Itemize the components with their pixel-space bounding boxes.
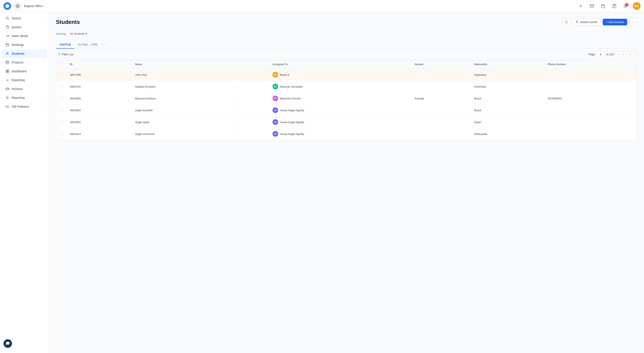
- user-avatar[interactable]: MA: [633, 2, 640, 10]
- avatar: JA: [272, 107, 278, 113]
- chevron-right-icon: ›: [43, 79, 44, 82]
- sidebar-item-label: Students: [12, 52, 44, 55]
- student-id: 4845791: [66, 81, 132, 93]
- star-button[interactable]: ☆: [236, 132, 239, 136]
- table-row: 4841951 angel spain ☆ JA Josue Angel Agu…: [56, 116, 637, 128]
- sidebar-item-label: Reporting: [12, 96, 41, 99]
- nationality: Argentina: [471, 69, 544, 81]
- nationality: Brazil: [471, 104, 544, 116]
- sidebar-item-label: Bookings: [12, 43, 41, 47]
- row-checkbox[interactable]: [60, 73, 63, 76]
- notification-icon[interactable]: 1: [622, 2, 629, 10]
- sidebar-item-quotes[interactable]: Quotes: [2, 23, 47, 32]
- sidebar-item-products[interactable]: Products ›: [2, 58, 47, 67]
- sidebar-item-sales[interactable]: Sales (Beta): [2, 32, 47, 40]
- bookings-icon: [5, 43, 10, 47]
- page-total: of 116: [606, 53, 614, 56]
- sidebar-item-reporting2[interactable]: Reporting ›: [2, 93, 47, 102]
- office-selector[interactable]: Bogotá Office ▾: [24, 4, 44, 8]
- assigned-cell: JA Josue Angel Aguilar: [272, 131, 408, 137]
- col-gender: Gender: [411, 60, 471, 69]
- table-more-button[interactable]: ⋮: [631, 51, 637, 57]
- svg-point-0: [6, 4, 9, 8]
- page-label: Page: [588, 53, 595, 56]
- nationality: Colombia: [471, 81, 544, 93]
- sidebar-item-dashboard[interactable]: Dashboard: [2, 67, 47, 76]
- row-checkbox[interactable]: [60, 97, 63, 100]
- sidebar-item-reporting[interactable]: Reporting ›: [2, 76, 47, 84]
- sidebar-item-label: Products: [12, 61, 41, 64]
- page-title: Students: [56, 19, 80, 26]
- sidebar-item-students[interactable]: Students: [2, 49, 47, 58]
- sidebar-item-search[interactable]: Search ›: [2, 14, 47, 23]
- main-content: Students Student portal + Add Student ⋮ …: [49, 12, 644, 353]
- student-portal-button[interactable]: Student portal: [572, 19, 600, 26]
- assigned-name: Maricela Corriols: [280, 97, 301, 100]
- pagination: Page of 116 ‹ › ⋮: [588, 51, 637, 57]
- reporting-icon: [5, 78, 10, 82]
- clipboard-icon[interactable]: [610, 2, 618, 10]
- sidebar-item-label: Invoices: [12, 87, 44, 91]
- chevron-right-icon: ›: [43, 105, 44, 108]
- filter-button[interactable]: Filter List: [56, 52, 75, 57]
- assigned-cell: JA Josue Angel Aguilar: [272, 119, 408, 125]
- sidebar-item-label: Old Features: [12, 105, 41, 108]
- sidebar-item-bookings[interactable]: Bookings ›: [2, 41, 47, 49]
- filter-label: Filter List: [62, 53, 73, 56]
- row-checkbox[interactable]: [60, 109, 63, 112]
- table-controls: Filter List Page of 116 ‹ › ⋮: [56, 49, 637, 60]
- sidebar-item-label: Sales (Beta): [12, 34, 44, 38]
- tab-all[interactable]: All(2318): [56, 41, 74, 49]
- prev-page-button[interactable]: ‹: [616, 51, 622, 57]
- nationality: Brazil: [471, 93, 544, 104]
- sidebar-item-invoices[interactable]: Invoices: [2, 85, 47, 93]
- phone: [544, 116, 637, 128]
- student-id: 4841951: [66, 116, 132, 128]
- assigned-cell: JA Josue Angel Aguilar: [272, 107, 408, 113]
- col-phone: Phone Number: [544, 60, 637, 69]
- sidebar-item-old-features[interactable]: Old Features ›: [2, 102, 47, 111]
- add-icon[interactable]: [577, 2, 585, 10]
- row-checkbox[interactable]: [60, 85, 63, 88]
- phone: 547896543: [544, 93, 637, 104]
- search-button[interactable]: [562, 18, 570, 26]
- svg-point-22: [7, 52, 8, 53]
- student-name: angel veneonsh: [132, 128, 233, 140]
- app-logo[interactable]: [4, 2, 11, 10]
- select-all-checkbox[interactable]: [56, 60, 66, 69]
- inbox-icon[interactable]: [588, 2, 596, 10]
- tab-no-pipe[interactable]: No Pipe... (489): [74, 41, 101, 49]
- svg-point-34: [565, 21, 568, 23]
- star-button[interactable]: ☆: [236, 109, 239, 112]
- topbar: Bogotá Office ▾ 1 MA: [0, 0, 644, 12]
- row-checkbox[interactable]: [60, 120, 63, 124]
- star-button[interactable]: ☆: [236, 120, 239, 124]
- next-page-button[interactable]: ›: [623, 51, 629, 57]
- assigned-name: Marta A: [280, 73, 290, 76]
- table-row: 4857596 John Doe ☆ MA Marta A Argentina: [56, 69, 637, 81]
- page-input[interactable]: [597, 51, 604, 57]
- student-id: 4842885: [66, 93, 132, 104]
- star-button[interactable]: ☆: [236, 85, 239, 89]
- more-options-button[interactable]: ⋮: [629, 18, 637, 26]
- chevron-right-icon: ›: [43, 43, 44, 46]
- quotes-icon: [5, 25, 10, 29]
- svg-rect-3: [16, 6, 17, 7]
- viewing-dropdown[interactable]: All Students ▾: [67, 31, 89, 36]
- assigned-name: Josue Angel Aguilar: [280, 109, 304, 112]
- chat-button[interactable]: [4, 339, 12, 348]
- sales-icon: [5, 34, 10, 38]
- app-icon[interactable]: [14, 2, 22, 10]
- tabs-more-button[interactable]: ⋯: [101, 41, 107, 49]
- calendar-icon[interactable]: [599, 2, 607, 10]
- gender: [411, 104, 471, 116]
- star-button[interactable]: ☆: [236, 73, 239, 77]
- svg-rect-27: [8, 72, 8, 73]
- star-button[interactable]: ☆: [236, 97, 239, 100]
- gender: Female: [411, 93, 471, 104]
- products-icon: [5, 60, 10, 65]
- table-row: 4841962 angel braziloff ☆ JA Josue Angel…: [56, 104, 637, 116]
- notification-badge: 1: [625, 3, 628, 7]
- add-student-button[interactable]: + Add Student: [603, 19, 627, 26]
- row-checkbox[interactable]: [60, 132, 63, 136]
